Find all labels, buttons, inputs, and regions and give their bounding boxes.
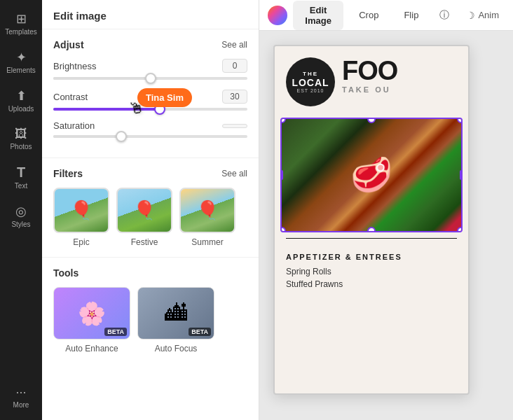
sidebar-item-templates[interactable]: ⊞ Templates	[3, 6, 39, 41]
sidebar-item-label-uploads: Uploads	[8, 105, 34, 113]
flower-icon: 🌸	[78, 300, 106, 327]
auto-enhance-thumb: 🌸 BETA	[53, 287, 130, 340]
auto-focus-label: Auto Focus	[155, 344, 198, 354]
filters-section: Filters See all 🎈 Epic 🎈 Festive 🎈 Summe…	[42, 158, 259, 257]
sidebar-item-label-styles: Styles	[11, 220, 30, 228]
anim-button[interactable]: ☽ Anim	[460, 7, 505, 24]
poster-divider	[286, 238, 457, 239]
info-button[interactable]: ⓘ	[434, 6, 455, 24]
sidebar-item-label-templates: Templates	[5, 28, 37, 36]
sidebar-item-elements[interactable]: ✦ Elements	[3, 44, 39, 80]
tools-row: 🌸 BETA Auto Enhance 🏙 BETA Auto Focus	[53, 287, 247, 354]
brightness-slider-row: Brightness 0	[53, 59, 247, 80]
anim-label: Anim	[478, 10, 499, 20]
panel-title: Edit image	[42, 0, 259, 29]
brightness-value: 0	[222, 59, 247, 73]
handle-mid-right[interactable]	[460, 170, 463, 180]
handle-bottom-center[interactable]	[367, 227, 376, 232]
saturation-value	[222, 124, 247, 128]
auto-focus-beta: BETA	[189, 328, 211, 336]
poster-big-title: FOO	[342, 57, 457, 84]
filter-epic[interactable]: 🎈 Epic	[53, 188, 109, 247]
text-icon: T	[17, 164, 25, 181]
tool-auto-enhance[interactable]: 🌸 BETA Auto Enhance	[53, 287, 130, 354]
contrast-label: Contrast	[53, 92, 88, 102]
edit-image-button[interactable]: Edit Image	[293, 1, 343, 30]
adjust-title-row: Adjust See all	[53, 39, 247, 50]
top-toolbar: Edit Image Crop Flip ⓘ ☽ Anim	[259, 0, 513, 31]
poster-menu-title: APPETIZER & ENTREES	[286, 253, 457, 261]
flip-button[interactable]: Flip	[394, 6, 428, 24]
sidebar-item-label-elements: Elements	[6, 66, 36, 74]
auto-enhance-label: Auto Enhance	[65, 344, 118, 354]
uploads-icon: ⬆	[16, 88, 27, 104]
auto-enhance-beta: BETA	[104, 328, 127, 336]
badge-local: LOCAL	[292, 77, 329, 88]
canva-logo	[268, 6, 287, 25]
filter-summer-label: Summer	[191, 237, 223, 247]
filter-festive-label: Festive	[131, 237, 158, 247]
sidebar-item-uploads[interactable]: ⬆ Uploads	[3, 83, 39, 118]
adjust-section: Adjust See all Brightness 0 Contrast 30	[42, 29, 259, 158]
saturation-slider-row: Saturation	[53, 120, 247, 138]
food-emoji: 🥩	[350, 155, 392, 195]
edit-panel: Edit image Adjust See all Brightness 0 C…	[42, 0, 259, 420]
canvas-content: THE LOCAL EST 2010 FOO TAKE OU 🥩	[259, 31, 513, 420]
contrast-slider-row: Contrast 30 Tina Sim 🖱	[53, 90, 247, 111]
handle-mid-left[interactable]	[280, 170, 283, 180]
auto-focus-thumb: 🏙 BETA	[137, 287, 214, 340]
moon-icon: ☽	[466, 10, 475, 21]
saturation-track[interactable]	[53, 135, 247, 138]
badge-the: THE	[303, 71, 318, 77]
building-icon: 🏙	[165, 300, 187, 326]
tools-section: Tools 🌸 BETA Auto Enhance 🏙 BETA Auto Fo…	[42, 257, 259, 363]
logo-badge: THE LOCAL EST 2010	[286, 57, 335, 106]
filter-festive-thumb: 🎈	[116, 188, 172, 233]
filters-title: Filters	[53, 168, 83, 179]
menu-item-1: Spring Rolls	[286, 267, 457, 276]
styles-icon: ◎	[15, 204, 27, 219]
contrast-value: 30	[222, 90, 247, 104]
tools-title: Tools	[53, 267, 78, 279]
sidebar-item-label-photos: Photos	[10, 143, 32, 150]
handle-bottom-right[interactable]	[457, 227, 463, 232]
brightness-label: Brightness	[53, 61, 96, 71]
filter-summer[interactable]: 🎈 Summer	[179, 188, 235, 247]
sidebar-item-text[interactable]: T Text	[3, 159, 39, 195]
badge-est: EST 2010	[296, 88, 324, 93]
sidebar: ⊞ Templates ✦ Elements ⬆ Uploads 🖼 Photo…	[0, 0, 42, 420]
filter-epic-label: Epic	[73, 237, 89, 247]
photos-icon: 🖼	[15, 127, 27, 141]
filter-summer-thumb: 🎈	[179, 188, 235, 233]
adjust-title: Adjust	[53, 39, 84, 50]
templates-icon: ⊞	[16, 11, 27, 27]
filter-epic-thumb: 🎈	[53, 188, 109, 233]
sidebar-item-label-text: Text	[15, 182, 27, 190]
poster: THE LOCAL EST 2010 FOO TAKE OU 🥩	[273, 45, 470, 395]
adjust-see-all[interactable]: See all	[221, 40, 247, 50]
filters-see-all[interactable]: See all	[221, 169, 247, 178]
contrast-track[interactable]: Tina Sim 🖱	[53, 108, 247, 111]
canvas-area: Edit Image Crop Flip ⓘ ☽ Anim THE LOCAL …	[259, 0, 513, 420]
poster-menu: APPETIZER & ENTREES Spring Rolls Stuffed…	[275, 244, 468, 300]
tool-auto-focus[interactable]: 🏙 BETA Auto Focus	[137, 287, 214, 354]
poster-header: THE LOCAL EST 2010 FOO TAKE OU	[275, 46, 468, 118]
sidebar-item-label-more: More	[13, 401, 29, 409]
sidebar-item-more[interactable]: ··· More	[3, 379, 39, 414]
sidebar-item-photos[interactable]: 🖼 Photos	[3, 121, 39, 156]
filters-row: 🎈 Epic 🎈 Festive 🎈 Summer	[53, 188, 247, 247]
crop-button[interactable]: Crop	[349, 6, 388, 24]
sidebar-item-styles[interactable]: ◎ Styles	[3, 198, 39, 234]
brightness-track[interactable]	[53, 77, 247, 80]
saturation-label: Saturation	[53, 120, 95, 131]
more-icon: ···	[15, 385, 26, 400]
food-image: 🥩	[282, 119, 461, 231]
filter-festive[interactable]: 🎈 Festive	[116, 188, 172, 247]
menu-item-2: Stuffed Prawns	[286, 279, 457, 289]
elements-icon: ✦	[16, 50, 27, 65]
poster-title-area: FOO TAKE OU	[342, 57, 457, 94]
food-image-container[interactable]: 🥩 ↻	[280, 118, 463, 232]
poster-subtitle: TAKE OU	[342, 85, 457, 94]
